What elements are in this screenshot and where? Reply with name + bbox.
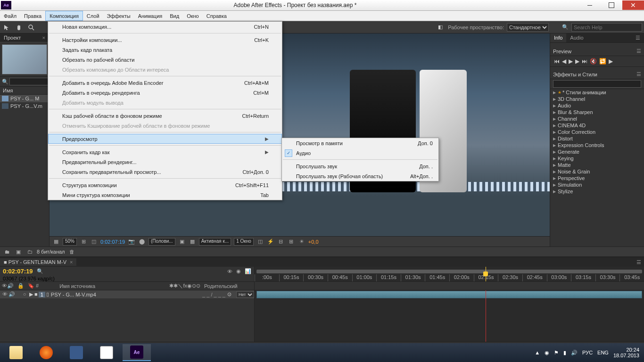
mute-button[interactable]: 🔇	[590, 58, 597, 65]
effect-category[interactable]: Noise & Grain	[550, 168, 644, 175]
selection-tool-icon[interactable]	[2, 23, 11, 32]
region-icon[interactable]: ▣	[178, 238, 186, 246]
resolution-icon[interactable]: ⊞	[80, 238, 87, 246]
panel-menu-icon[interactable]: ☰	[636, 259, 641, 265]
submenu-item[interactable]: Прослушать звук (Рабочая область)Alt+Доп…	[282, 171, 438, 181]
delete-icon[interactable]: 🗑	[68, 248, 76, 255]
menu-file[interactable]: Файл	[0, 11, 20, 21]
tray-clock[interactable]: 20:24 18.07.2013	[613, 347, 639, 358]
submenu-item[interactable]: Прослушать звукДоп. .	[282, 161, 438, 171]
tray-lang2[interactable]: ENG	[597, 350, 609, 355]
menu-item[interactable]: Добавить в очередь рендерингаCtrl+M	[48, 88, 282, 98]
taskbar-app1[interactable]	[62, 344, 91, 361]
taskbar-explorer[interactable]	[2, 344, 30, 361]
panel-menu-icon[interactable]: ☰	[636, 71, 641, 77]
flowchart-icon[interactable]: ⊞	[288, 238, 295, 246]
effect-category[interactable]: Stylize	[550, 188, 644, 195]
zoom-dropdown[interactable]: 50%	[63, 238, 77, 246]
prev-frame-button[interactable]: ◀	[562, 58, 566, 65]
play-button[interactable]: ▶	[569, 58, 573, 65]
effect-category[interactable]: 3D Channel	[550, 96, 644, 102]
tray-icon[interactable]: ◉	[545, 350, 549, 356]
menu-animation[interactable]: Анимация	[134, 11, 166, 21]
effect-category[interactable]: Keying	[550, 155, 644, 162]
menu-item[interactable]: Обрезать по рабочей области	[48, 55, 282, 65]
menu-item[interactable]: Кэш рабочей области в фоновом режимеCtrl…	[48, 111, 282, 121]
menu-item[interactable]: Сохранить кадр как▶	[48, 147, 282, 157]
panel-close-icon[interactable]: ×	[42, 35, 45, 41]
lock-toggle-icon[interactable]: ○	[22, 291, 27, 297]
parent-column[interactable]: Родительский	[202, 283, 254, 289]
shy-icon[interactable]: 👁	[227, 269, 232, 274]
menu-help[interactable]: Справка	[203, 11, 231, 21]
video-toggle-icon[interactable]: 👁	[2, 291, 8, 297]
maximize-button[interactable]	[601, 0, 622, 10]
quality-dropdown[interactable]: (Полови...	[149, 238, 175, 246]
layer-name[interactable]: PSY - G... M-V.mp4	[49, 292, 98, 297]
effect-category[interactable]: Color Correction	[550, 129, 644, 135]
parent-pick-icon[interactable]: ⊙	[227, 291, 231, 297]
effect-category[interactable]: Blur & Sharpen	[550, 109, 644, 115]
effect-category[interactable]: ★* Стили анимации	[550, 89, 644, 96]
menu-item[interactable]: Задать кадр плаката	[48, 45, 282, 55]
source-name-column[interactable]: Имя источника	[41, 283, 167, 289]
info-tab[interactable]: Info	[550, 33, 566, 42]
project-item[interactable]: PSY - G... M	[0, 95, 49, 102]
camera-icon[interactable]: 📷	[128, 238, 135, 246]
menu-edit[interactable]: Правка	[20, 11, 45, 21]
menu-window[interactable]: Окно	[183, 11, 203, 21]
hand-tool-icon[interactable]	[14, 23, 24, 32]
taskbar-firefox[interactable]	[32, 344, 60, 361]
ram-preview-button[interactable]: ▶	[609, 58, 613, 65]
tray-lang1[interactable]: РУС	[582, 350, 593, 355]
tray-flag-icon[interactable]: ⚑	[554, 350, 559, 356]
submenu-item[interactable]: Просмотр в памятиДоп. 0	[282, 138, 438, 148]
effect-category[interactable]: CINEMA 4D	[550, 122, 644, 129]
reset-exposure-icon[interactable]: ☀	[298, 238, 305, 246]
menu-item[interactable]: Структура композицииCtrl+Shift+F11	[48, 180, 282, 190]
last-frame-button[interactable]: ⏭	[582, 58, 587, 65]
next-frame-button[interactable]: ▶	[575, 58, 579, 65]
effects-tab[interactable]: Эффекты и Стили	[553, 72, 597, 77]
menu-item[interactable]: Сохранить предварительный просмотр...Ctr…	[48, 167, 282, 177]
taskbar-aftereffects[interactable]: Ae	[123, 344, 151, 361]
time-ruler[interactable]: :00s00:15s00:30s00:45s01:00s01:15s01:30s…	[255, 267, 644, 281]
workspace-select[interactable]: Стандартное	[507, 23, 549, 32]
first-frame-button[interactable]: ⏮	[554, 58, 560, 65]
pixel-icon[interactable]: ◫	[256, 238, 264, 246]
audio-tab[interactable]: Audio	[566, 33, 587, 42]
menu-item[interactable]: Предварительный рендеринг...	[48, 157, 282, 167]
effect-category[interactable]: Distort	[550, 135, 644, 142]
color-icon[interactable]: ⬤	[138, 238, 146, 246]
fast-preview-icon[interactable]: ⚡	[267, 238, 274, 246]
exposure-value[interactable]: +0,0	[308, 239, 319, 245]
effect-category[interactable]: Generate	[550, 148, 644, 155]
timeline-layer-row[interactable]: 👁🔊○ ▶ ■ 1 ▯ PSY - G... M-V.mp4 _ _ / _ _…	[0, 290, 254, 299]
graph-icon[interactable]: 📊	[245, 268, 251, 274]
parent-select[interactable]: Нет	[236, 291, 254, 298]
timeline-track-area[interactable]	[255, 290, 644, 342]
layer-clip[interactable]	[256, 291, 642, 298]
loop-button[interactable]: 🔁	[599, 58, 606, 65]
playhead[interactable]	[486, 267, 486, 281]
close-button[interactable]: ✕	[622, 0, 644, 10]
effect-category[interactable]: Simulation	[550, 181, 644, 188]
panel-menu-icon[interactable]: ☰	[632, 33, 644, 42]
menu-item[interactable]: Добавить в очередь Adobe Media EncoderCt…	[48, 78, 282, 88]
camera-dropdown[interactable]: Активная к...	[199, 238, 231, 246]
zoom-tool-icon[interactable]	[26, 23, 36, 32]
tray-volume-icon[interactable]: 🔊	[571, 350, 578, 356]
effect-category[interactable]: Expression Controls	[550, 142, 644, 148]
menu-layer[interactable]: Слой	[83, 11, 103, 21]
effect-category[interactable]: Perspective	[550, 175, 644, 181]
menu-view[interactable]: Вид	[166, 11, 183, 21]
interpret-icon[interactable]: 🖿	[3, 248, 11, 255]
timeline-timecode[interactable]: 0:02:07:19	[3, 268, 33, 275]
motion-blur-icon[interactable]: ◉	[236, 268, 241, 274]
timeline-icon[interactable]: ⊟	[277, 238, 285, 246]
minimize-button[interactable]	[579, 0, 601, 10]
timeline-search-icon[interactable]: 🔍	[37, 268, 43, 274]
tray-up-icon[interactable]: ▲	[535, 350, 540, 355]
project-tab[interactable]: Проект	[4, 35, 21, 41]
menu-effects[interactable]: Эффекты	[103, 11, 134, 21]
